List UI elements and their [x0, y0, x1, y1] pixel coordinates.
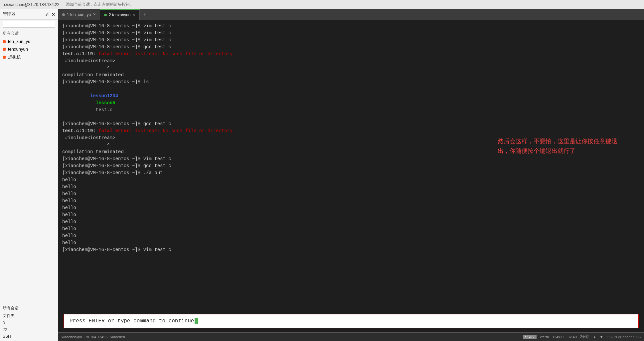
url-display: h://xiaochen@81.70.184.134:22 — [3, 2, 59, 7]
terminal-line: compilation terminated. — [62, 72, 640, 79]
tab-close-2[interactable]: ✕ — [132, 13, 135, 17]
terminal-line: hello — [62, 211, 640, 218]
terminal-line: [xiaochen@VM-16-8-centos ~]$ vim test.c — [62, 246, 640, 253]
close-icon[interactable]: ✕ — [52, 12, 55, 17]
sidebar-label-ten-xun-yu: ten_xun_yu — [8, 39, 30, 44]
tab-add-button[interactable]: + — [140, 9, 150, 20]
terminal-line: hello — [62, 204, 640, 211]
terminal-error-2: test.c:1:19: fatal error: iostream: No s… — [62, 128, 640, 135]
status-left: xiaochen@81.70.184.134:22, xiaochen — [62, 335, 125, 339]
search-input[interactable] — [3, 21, 55, 28]
tab-label-1: 1 ten_xun_yu — [67, 12, 91, 17]
terminal-line: ^ — [62, 65, 640, 72]
sidebar-search[interactable] — [0, 20, 58, 29]
terminal-line: hello — [62, 218, 640, 225]
terminal-line: [xiaochen@VM-16-8-centos ~]$ gcc test.c — [62, 44, 640, 51]
sidebar: 管理器 🖊 ✕ 所有会话 ten_xun_yu tenxunyun 虚拟机 所有… — [0, 9, 58, 341]
bottom-folder[interactable]: 文件夹 — [0, 312, 58, 320]
scale-value: 32.40 — [567, 335, 577, 339]
sidebar-item-virtual-machine[interactable]: 虚拟机 — [0, 53, 58, 62]
status-dot-vm — [3, 56, 6, 59]
tab-dot-1 — [62, 13, 65, 16]
tab-bar: 1 ten_xun_yu ✕ 2 tenxunyun ✕ + — [58, 9, 644, 20]
sidebar-header: 管理器 🖊 ✕ — [0, 9, 58, 20]
tab-tenxunyun[interactable]: 2 tenxunyun ✕ — [100, 9, 140, 20]
terminal-line: hello — [62, 225, 640, 232]
terminal-line: [xiaochen@VM-16-8-centos ~]$ gcc test.c — [62, 163, 640, 170]
cursor — [195, 318, 198, 324]
top-bar: h://xiaochen@81.70.184.134:22 添加当前会话，点击左… — [0, 0, 644, 9]
hint-text: 添加当前会话，点击左侧的箭头按钮。 — [66, 2, 134, 7]
terminal-line: hello — [62, 232, 640, 239]
pin-icon: 🖊 — [45, 12, 50, 17]
all-chats-label: 所有会话 — [0, 29, 58, 38]
terminal-line: [xiaochen@VM-16-8-centos ~]$ vim test.c — [62, 37, 640, 44]
terminal-line: [xiaochen@VM-16-8-centos ~]$ ./a.out — [62, 170, 640, 176]
status-right: SSH2 xterm 124x32 32.40 2会话 ▲ ▼ CSDN @la… — [523, 334, 641, 339]
terminal-line: [xiaochen@VM-16-8-centos ~]$ vim test.c — [62, 156, 640, 163]
sidebar-label-tenxunyun: tenxunyun — [8, 47, 28, 52]
terminal-output: [xiaochen@VM-16-8-centos ~]$ vim test.c … — [62, 23, 640, 312]
bottom-count-22[interactable]: 22 — [0, 326, 58, 333]
terminal-ls-output: lesson1234 lesson5 test.c — [62, 86, 640, 121]
terminal-line: [xiaochen@VM-16-8-centos ~]$ vim test.c — [62, 23, 640, 30]
terminal-line: #include<iostream> — [62, 58, 640, 65]
terminal-line: [xiaochen@VM-16-8-centos ~]$ ls — [62, 79, 640, 86]
enter-prompt-bar: Press ENTER or type command to continue — [64, 314, 639, 328]
right-panel: 1 ten_xun_yu ✕ 2 tenxunyun ✕ + [xiaochen… — [58, 9, 644, 341]
enter-prompt-text: Press ENTER or type command to continue — [70, 317, 194, 325]
csdn-label: CSDN @laochen985 — [607, 335, 641, 339]
up-arrow-icon[interactable]: ▲ — [593, 335, 596, 339]
terminal-line: [xiaochen@VM-16-8-centos ~]$ vim test.c — [62, 30, 640, 37]
terminal-error-1: test.c:1:19: fatal error: iostream: No s… — [62, 51, 640, 58]
sidebar-title: 管理器 — [3, 11, 16, 17]
sidebar-header-icons: 🖊 ✕ — [45, 12, 55, 17]
status-dot-ten-xun-yu — [3, 40, 6, 43]
bottom-all-chats[interactable]: 所有会话 — [0, 304, 58, 312]
sidebar-label-vm: 虚拟机 — [8, 54, 21, 60]
status-bar: xiaochen@81.70.184.134:22, xiaochen SSH2… — [58, 332, 644, 341]
terminal-line: hello — [62, 190, 640, 197]
tab-close-1[interactable]: ✕ — [93, 12, 96, 17]
bottom-ssh[interactable]: SSH — [0, 333, 58, 340]
session-count: 2会话 — [580, 334, 589, 339]
terminal-line: hello — [62, 183, 640, 190]
sidebar-item-ten-xun-yu[interactable]: ten_xun_yu — [0, 38, 58, 45]
status-dot-tenxunyun — [3, 48, 6, 51]
xterm-label: xterm — [540, 335, 549, 339]
terminal-line: [xiaochen@VM-16-8-centos ~]$ gcc test.c — [62, 121, 640, 128]
bottom-count-3[interactable]: 3 — [0, 320, 58, 326]
tab-label-2: 2 tenxunyun — [109, 13, 130, 17]
sidebar-bottom: 所有会话 文件夹 3 22 SSH — [0, 303, 58, 341]
terminal-line: compilation terminated. — [62, 149, 640, 156]
down-arrow-icon[interactable]: ▼ — [600, 335, 603, 339]
status-connection: xiaochen@81.70.184.134:22, xiaochen — [62, 335, 125, 339]
ssh-badge: SSH2 — [523, 335, 537, 339]
terminal-line: #include<iostream> — [62, 135, 640, 142]
sidebar-item-tenxunyun[interactable]: tenxunyun — [0, 45, 58, 53]
terminal-line: hello — [62, 197, 640, 204]
terminal-line: hello — [62, 176, 640, 183]
terminal-line: ^ — [62, 142, 640, 149]
terminal-size: 124x32 — [552, 335, 564, 339]
terminal[interactable]: [xiaochen@VM-16-8-centos ~]$ vim test.c … — [58, 20, 644, 332]
tab-ten-xun-yu[interactable]: 1 ten_xun_yu ✕ — [58, 9, 100, 20]
terminal-line: hello — [62, 239, 640, 246]
tab-dot-2 — [104, 14, 107, 16]
